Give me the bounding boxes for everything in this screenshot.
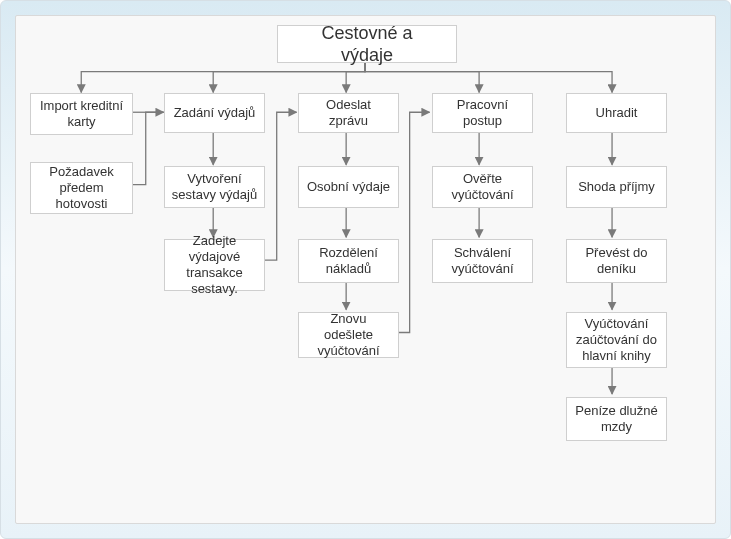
node-send-report: Odeslat zprávu (298, 93, 399, 133)
node-transfer-journal: Převést do deníku (566, 239, 667, 283)
node-enter-expenses: Zadání výdajů (164, 93, 265, 133)
diagram-panel: Cestovné a výdaje Import kreditní karty … (15, 15, 716, 524)
node-import-card: Import kreditní karty (30, 93, 133, 135)
node-title: Cestovné a výdaje (277, 25, 457, 63)
node-enter-report-tx: Zadejte výdajové transakce sestavy. (164, 239, 265, 291)
node-money-owed: Peníze dlužné mzdy (566, 397, 667, 441)
node-create-report: Vytvoření sestavy výdajů (164, 166, 265, 208)
node-verify-report: Ověřte vyúčtování (432, 166, 533, 208)
diagram-canvas: Cestovné a výdaje Import kreditní karty … (0, 0, 731, 539)
node-match-receipts: Shoda příjmy (566, 166, 667, 208)
node-resend-report: Znovu odešlete vyúčtování (298, 312, 399, 358)
node-cash-advance: Požadavek předem hotovosti (30, 162, 133, 214)
node-approve-report: Schválení vyúčtování (432, 239, 533, 283)
node-cost-split: Rozdělení nákladů (298, 239, 399, 283)
node-reimburse: Uhradit (566, 93, 667, 133)
node-workflow: Pracovní postup (432, 93, 533, 133)
node-personal-expenses: Osobní výdaje (298, 166, 399, 208)
node-post-gl: Vyúčtování zaúčtování do hlavní knihy (566, 312, 667, 368)
